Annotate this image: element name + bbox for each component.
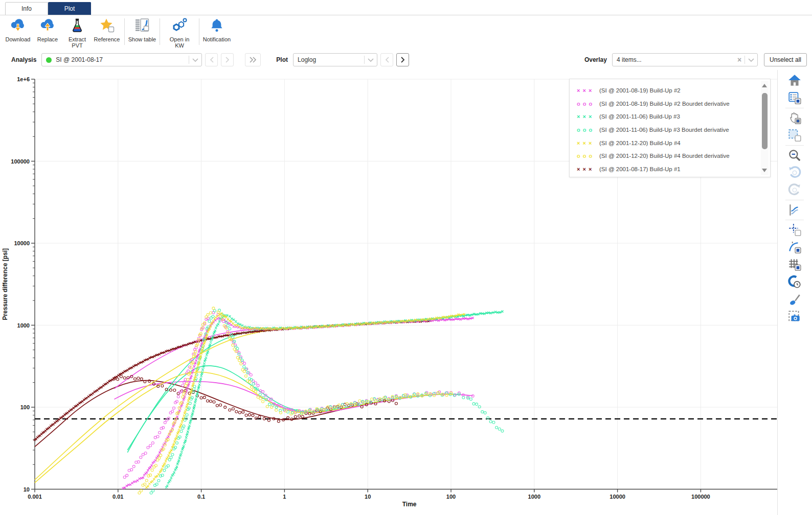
tick-label: 10000 bbox=[14, 240, 30, 246]
analysis-prev-button[interactable] bbox=[205, 53, 218, 66]
legend-panel[interactable]: × × ×(SI @ 2001-08-19) Build-Up #2o o o(… bbox=[569, 79, 771, 177]
scroll-up-icon[interactable] bbox=[762, 84, 767, 87]
legend-item[interactable]: o o o(SI @ 2001-11-06) Build-Up #3 Bourd… bbox=[570, 123, 759, 136]
plot-prev-button[interactable] bbox=[380, 53, 393, 66]
grid-settings-button[interactable] bbox=[783, 256, 806, 273]
legend-item[interactable]: × × ×(SI @ 2001-08-17) Build-Up #1 bbox=[570, 162, 759, 176]
series-markers[interactable] bbox=[122, 317, 474, 489]
tick-label: 100 bbox=[446, 494, 456, 500]
cloud-download-icon bbox=[9, 17, 27, 36]
crosshair-button[interactable] bbox=[783, 221, 806, 239]
y-axis-title: Pressure difference [psi] bbox=[2, 248, 9, 320]
x-marker-swatch: × × × bbox=[577, 140, 599, 146]
tangent-line-button[interactable] bbox=[783, 239, 806, 256]
toolbar-item-label: Open in KW bbox=[170, 36, 190, 49]
download-button[interactable]: Download bbox=[3, 17, 33, 42]
x-marker-swatch: × × × bbox=[577, 87, 599, 93]
chevron-down-icon[interactable] bbox=[189, 58, 201, 62]
toolbar-item-label: Download bbox=[6, 36, 31, 42]
tab-strip: Info Plot bbox=[0, 0, 812, 15]
unselect-all-button[interactable]: Unselect all bbox=[764, 53, 807, 66]
chevron-down-icon[interactable] bbox=[745, 58, 757, 62]
tick-label: 1000 bbox=[528, 494, 540, 500]
legend-item-label: (SI @ 2001-12-20) Build-Up #4 bbox=[599, 140, 681, 146]
open-in-kw-button[interactable]: Open in KW bbox=[163, 17, 196, 49]
legend-item[interactable]: × × ×(SI @ 2001-11-06) Build-Up #3 bbox=[570, 110, 759, 123]
analysis-select[interactable]: SI @ 2001-08-17 bbox=[41, 53, 202, 66]
control-bar: Analysis SI @ 2001-08-17 Plot Loglog Ove… bbox=[0, 50, 812, 70]
flask-icon bbox=[68, 17, 86, 36]
table-curve-icon bbox=[133, 17, 151, 36]
toolbar-separator bbox=[199, 18, 199, 45]
tab-info[interactable]: Info bbox=[5, 2, 48, 15]
toolbar-item-label: Replace bbox=[37, 36, 58, 42]
overlay-value: 4 items... bbox=[613, 56, 734, 63]
tick-label: 0.1 bbox=[197, 494, 205, 500]
series-markers[interactable] bbox=[138, 307, 453, 494]
zoom-undo-button[interactable] bbox=[783, 164, 806, 181]
fit-curves-button[interactable] bbox=[783, 201, 806, 219]
toolbar-separator bbox=[160, 18, 160, 45]
main-toolbar: Download Replace Extract PVT Reference bbox=[0, 15, 812, 50]
legend-item[interactable]: o o o(SI @ 2001-12-20) Build-Up #4 Bourd… bbox=[570, 149, 759, 162]
bell-icon bbox=[208, 17, 226, 36]
tick-label: 100000 bbox=[11, 158, 30, 165]
tick-label: 0.001 bbox=[28, 494, 42, 500]
tab-plot[interactable]: Plot bbox=[48, 2, 91, 15]
series-line[interactable] bbox=[35, 372, 455, 483]
x-marker-swatch: × × × bbox=[577, 113, 599, 120]
tick-label: 0.01 bbox=[112, 494, 123, 500]
star-icon bbox=[98, 17, 116, 36]
overlay-label: Overlay bbox=[584, 56, 607, 63]
plot-type-select[interactable]: Loglog bbox=[293, 53, 377, 66]
snapshot-camera-button[interactable] bbox=[783, 308, 806, 325]
legend-list-button[interactable] bbox=[783, 89, 806, 107]
legend-item[interactable]: × × ×(SI @ 2001-12-20) Build-Up #4 bbox=[570, 136, 759, 150]
legend-item-label: (SI @ 2001-08-19) Build-Up #2 Bourdet de… bbox=[599, 101, 730, 107]
zoom-out-button[interactable] bbox=[783, 147, 806, 164]
legend-item-label: (SI @ 2001-11-06) Build-Up #3 bbox=[599, 113, 680, 120]
legend-item[interactable]: × × ×(SI @ 2001-08-19) Build-Up #2 bbox=[570, 84, 759, 97]
replace-button[interactable]: Replace bbox=[33, 17, 62, 42]
series-markers[interactable] bbox=[145, 312, 465, 488]
series-markers[interactable] bbox=[113, 376, 398, 423]
series-line[interactable] bbox=[114, 382, 472, 413]
loglog-plot[interactable]: 0.0010.010.11101001000100001000001e+6101… bbox=[0, 70, 777, 515]
toolbar-item-label: Extract PVT bbox=[62, 36, 92, 49]
zoom-box-select-button[interactable] bbox=[783, 127, 806, 144]
tick-label: 10 bbox=[365, 494, 371, 500]
toolbar-item-label: Notification bbox=[203, 36, 231, 42]
tool-separator bbox=[785, 145, 804, 146]
zoom-redo-button[interactable] bbox=[783, 181, 806, 199]
series-line[interactable] bbox=[127, 366, 460, 453]
legend-scrollbar[interactable] bbox=[761, 81, 769, 175]
legend-item-label: (SI @ 2001-08-17) Build-Up #1 bbox=[599, 166, 681, 172]
brush-style-button[interactable] bbox=[783, 291, 806, 308]
scrollbar-thumb[interactable] bbox=[762, 93, 768, 149]
plot-tool-column bbox=[777, 70, 811, 515]
series-line[interactable] bbox=[35, 381, 430, 447]
pan-hand-button[interactable] bbox=[783, 109, 806, 127]
home-view-button[interactable] bbox=[783, 72, 806, 89]
scroll-down-icon[interactable] bbox=[762, 169, 767, 172]
x-marker-swatch: × × × bbox=[577, 166, 599, 172]
legend-item[interactable]: o o o(SI @ 2001-08-19) Build-Up #2 Bourd… bbox=[570, 97, 759, 110]
tool-separator bbox=[785, 200, 804, 200]
extract-pvt-button[interactable]: Extract PVT bbox=[62, 17, 92, 49]
reference-button[interactable]: Reference bbox=[92, 17, 122, 42]
notification-button[interactable]: Notification bbox=[202, 17, 232, 42]
tick-label: 10 bbox=[24, 486, 30, 493]
plot-next-button[interactable] bbox=[396, 53, 409, 66]
clear-overlay-icon[interactable]: × bbox=[734, 56, 745, 64]
analysis-label: Analysis bbox=[11, 56, 36, 63]
x-axis-title: Time bbox=[402, 501, 417, 508]
time-zoom-button[interactable] bbox=[783, 273, 806, 291]
chevron-down-icon[interactable] bbox=[365, 58, 377, 62]
overlay-select[interactable]: 4 items... × bbox=[612, 53, 758, 66]
circle-marker-swatch: o o o bbox=[577, 101, 599, 107]
analysis-last-button[interactable] bbox=[245, 53, 261, 66]
show-table-button[interactable]: Show table bbox=[127, 17, 157, 42]
tick-label: 1 bbox=[283, 494, 286, 500]
plot-type-value: Loglog bbox=[294, 56, 364, 63]
analysis-next-button[interactable] bbox=[221, 53, 234, 66]
